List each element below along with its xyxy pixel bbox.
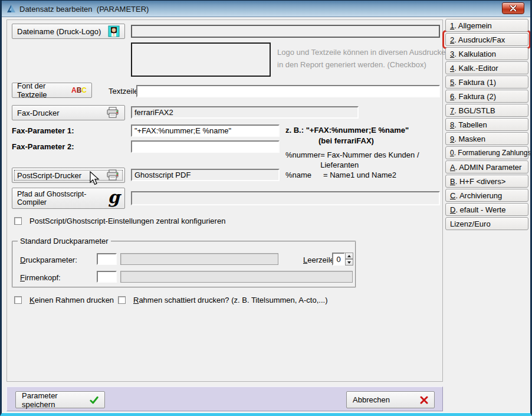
tab-default-werte[interactable]: D. efault - Werte: [445, 203, 528, 216]
rahmen-schattiert-checkbox[interactable]: [118, 296, 126, 304]
standard-druckparameter-group: Standard Druckparameter Druckparameter: …: [12, 241, 356, 288]
tab-faktura-1[interactable]: 5. Faktura (1): [445, 76, 528, 89]
dateiname-field[interactable]: [131, 25, 440, 38]
printer-icon: [106, 107, 120, 119]
font-der-textzeile-button[interactable]: Font der Textzeile ABC: [12, 83, 92, 98]
printer-icon: [106, 169, 120, 181]
leerzeilen-input[interactable]: [332, 253, 345, 266]
save-button-label: Parameter speichern: [22, 391, 90, 409]
spinner-down-button[interactable]: [345, 259, 353, 266]
druckparameter-code-input[interactable]: [97, 253, 117, 265]
keinen-rahmen-label: Keinen Rahmen drucken: [29, 296, 114, 304]
photo-icon: [108, 25, 120, 37]
tab-ausdruck-fax[interactable]: 2. Ausdruck/Fax: [445, 33, 528, 46]
tab-bgl-stlb[interactable]: 7. BGL/STLB: [445, 104, 528, 117]
druckparameter-value-field[interactable]: [120, 253, 278, 265]
ghostscript-icon: g: [108, 189, 120, 206]
dateiname-druck-logo-button[interactable]: Dateiname (Druck-Logo): [12, 24, 125, 39]
close-icon: [510, 5, 517, 11]
content-panel: Dateiname (Druck-Logo) Logo und Textzeil…: [6, 19, 443, 382]
fax-example-line1: z. B.: "+FAX:%nummer;E %name": [285, 126, 409, 135]
tab-lizenz-euro[interactable]: Lizenz/Euro: [445, 217, 528, 230]
arrow-down-icon: [347, 261, 351, 264]
firmenkopf-label: Firmenkopf:: [20, 273, 61, 282]
tab-archivierung[interactable]: C. Archivierung: [445, 189, 528, 202]
druckparameter-label: Druckparameter:: [20, 256, 77, 264]
close-button[interactable]: [502, 2, 524, 14]
window-title: Datensatz bearbeiten (PARAMETER): [19, 5, 149, 14]
parameter-speichern-button[interactable]: Parameter speichern: [15, 391, 105, 408]
legend-var1: %nummer: [285, 150, 320, 170]
fax-param2-input[interactable]: [131, 140, 280, 153]
tab-admin-parameter[interactable]: A. ADMIN Parameter: [445, 160, 528, 173]
tab-kalkulation[interactable]: 3. Kalkulation: [445, 47, 528, 60]
abbrechen-button[interactable]: Abbrechen: [346, 391, 435, 408]
spinner-up-button[interactable]: [345, 253, 353, 259]
legend-def1: = Fax-Nummer des Kunden / Lieferanten: [320, 150, 442, 170]
tab-tabellen[interactable]: 8. Tabellen: [445, 118, 528, 131]
fax-example-line2: (bei ferrariFAX): [318, 136, 374, 145]
postscript-button-label: PostScript-Drucker: [17, 171, 81, 180]
arrow-up-icon: [347, 255, 351, 257]
abc-font-icon: ABC: [71, 86, 87, 94]
firmenkopf-code-input[interactable]: [97, 271, 117, 283]
logo-preview-box: [131, 42, 271, 77]
logo-hint-line2: in den Report generiert werden. (Checkbo…: [277, 58, 426, 71]
fax-param1-label: Fax-Parameter 1:: [12, 126, 74, 135]
textzeile-input[interactable]: [136, 85, 440, 97]
zentral-konfigurieren-label: PostScript/Ghostscript-Einstellungen zen…: [29, 217, 225, 225]
textzeile-label: Textzeile: [109, 87, 139, 96]
tab-masken[interactable]: 9. Masken: [445, 132, 528, 145]
dateiname-button-label: Dateiname (Druck-Logo): [17, 27, 101, 36]
title-bar: Datensatz bearbeiten (PARAMETER): [2, 1, 530, 17]
tab-allgemein[interactable]: 1. Allgemein: [445, 19, 528, 32]
fax-drucker-button-label: Fax-Drucker: [17, 109, 60, 117]
fax-param1-input[interactable]: [131, 125, 280, 137]
checkmark-icon: [90, 396, 98, 404]
leerzeilen-spinner: [332, 253, 353, 266]
keinen-rahmen-checkbox[interactable]: [14, 296, 22, 304]
tab-h-f-divers[interactable]: B. H+F <divers>: [445, 175, 528, 188]
logo-hint-line1: Logo und Textzeile können in diversen Au…: [277, 46, 449, 58]
ghostscript-pfad-field[interactable]: [131, 191, 440, 205]
zentral-konfigurieren-checkbox[interactable]: [14, 217, 22, 225]
legend-def2: = Name1 und Name2: [323, 170, 396, 180]
fax-drucker-button[interactable]: Fax-Drucker: [12, 105, 125, 120]
cancel-button-label: Abbrechen: [353, 395, 390, 404]
tab-kalk-editor[interactable]: 4. Kalk.-Editor: [445, 61, 528, 74]
footer-bar: Parameter speichern Abbrechen: [6, 386, 443, 411]
tab-formatierung-zahlungsziel[interactable]: 0. Formatierung Zahlungsziel: [445, 146, 528, 159]
tab-faktura-2[interactable]: 6. Faktura (2): [445, 90, 528, 103]
ghostscript-button-label: Pfad auf Ghostscript-Compiler: [17, 190, 108, 207]
fax-param2-label: Fax-Parameter 2:: [12, 142, 74, 151]
dialog-window: Datensatz bearbeiten (PARAMETER) Dateina…: [0, 0, 532, 416]
fax-placeholder-legend: %nummer= Fax-Nummer des Kunden / Liefera…: [285, 150, 442, 180]
ghostscript-pfad-button[interactable]: Pfad auf Ghostscript-Compiler g: [12, 188, 125, 209]
font-button-label: Font der Textzeile: [17, 81, 71, 99]
group-legend: Standard Druckparameter: [18, 237, 111, 245]
rahmen-schattiert-label: Rahmen schattiert drucken? (z. B. Titels…: [133, 296, 327, 304]
legend-var2: %name: [285, 170, 323, 180]
postscript-drucker-button[interactable]: PostScript-Drucker: [12, 168, 125, 183]
cross-icon: [420, 396, 428, 404]
app-logo-icon: [6, 4, 17, 14]
tab-column: 1. Allgemein 2. Ausdruck/Fax 3. Kalkulat…: [444, 19, 532, 231]
fax-drucker-field[interactable]: [131, 106, 359, 119]
postscript-drucker-field[interactable]: [131, 169, 280, 181]
firmenkopf-value-field[interactable]: [120, 271, 353, 283]
